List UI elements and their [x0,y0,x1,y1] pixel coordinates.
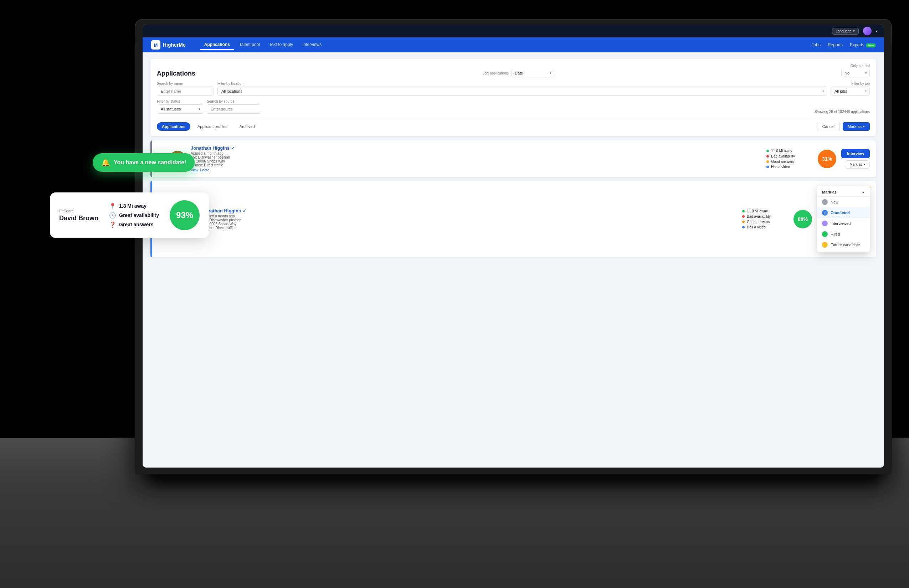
action-btns: Cancel Mark as ▾ [817,122,870,131]
candidate-position-2: For: Dishwasher position [202,218,737,222]
dropdown-item-new[interactable]: New [817,197,870,207]
search-name-label: Search by name [157,82,214,86]
filter-location-select[interactable]: All locations ▾ [217,87,827,96]
dropdown-item-future[interactable]: Future candidate [817,239,870,250]
only-starred-label: Only starred [851,64,870,68]
filter-row-1: Applications Sort applications Date ▾ On… [157,64,870,78]
dropdown-item-interviewed[interactable]: Interviewed [817,218,870,229]
notification-icon: 🔔 [101,158,110,167]
cancel-button[interactable]: Cancel [817,122,840,131]
interview-button-1[interactable]: Interview [841,149,870,158]
user-dropdown-arrow[interactable]: ▾ [876,29,878,33]
filter-status-group: Filter by status All statuses ▾ [157,99,203,114]
user-avatar[interactable] [863,27,872,35]
fitscore-big-badge: 93% [170,200,200,230]
tag-video-1: Has a video [767,165,813,169]
notification-bubble: 🔔 You have a new candidate! [93,153,195,172]
answers-icon: ❓ [109,221,116,228]
candidate-info-1: Jonathan Higgins ✓ Applied a month ago F… [191,145,762,172]
sub-tab-archived[interactable]: Archived [235,122,260,131]
candidate-card-2: CONTACTED ✓ Jonathan Higgins ✓ Applied a… [150,181,876,257]
nav-bar: M HigherMe Applications Talent pool Text… [142,37,884,52]
screen-content: Language ▾ ▾ M HigherMe Applications [142,24,884,468]
availability-icon: 🕐 [109,212,116,219]
search-name-input[interactable] [157,87,214,96]
language-button[interactable]: Language ▾ [832,28,859,35]
fitscore-1: 31% [818,150,836,168]
nav-exports[interactable]: Exports New [850,42,875,47]
fitscore-card: FitScore David Brown 📍1.8 Mi away 🕐Great… [50,192,209,238]
candidate-name-1[interactable]: Jonathan Higgins ✓ [191,145,762,151]
candidate-location-2: At: 10006 Shops Way [202,222,737,226]
laptop-lid: Language ▾ ▾ M HigherMe Applications [136,19,891,474]
search-source-group: Search by source [207,99,811,114]
system-bar: Language ▾ ▾ [142,24,884,37]
nav-jobs[interactable]: Jobs [812,42,821,47]
sort-group: Sort applications Date ▾ [202,69,834,78]
candidate-applied-1: Applied a month ago [191,152,762,155]
fitscore-card-name: David Brown [59,215,99,222]
filter-job-group: Filter by job All jobs ▾ [831,82,870,96]
search-name-group: Search by name [157,82,214,96]
search-source-input[interactable] [207,104,260,114]
filter-row-2: Search by name Filter by location All lo… [157,82,870,96]
filters-card: Applications Sort applications Date ▾ On… [150,59,876,136]
main-content: Applications Sort applications Date ▾ On… [142,52,884,468]
filter-job-label: Filter by job [851,82,870,86]
verified-icon-1: ✓ [231,146,235,151]
filter-status-label: Filter by status [157,99,203,103]
nav-reports[interactable]: Reports [828,42,843,47]
card-actions-2: Mark as ▲ New ✓Contacted I [817,186,870,252]
logo-icon: M [151,40,160,50]
candidate-location-1: At: 10006 Shops Way [191,159,762,163]
location-icon: 📍 [109,203,116,210]
dropdown-item-hired[interactable]: Hired [817,229,870,239]
feature-availability: 🕐Great availability [109,212,159,219]
tag-distance-1: 11.0 Mi away [767,149,813,153]
logo[interactable]: M HigherMe [151,40,186,50]
filter-job-select[interactable]: All jobs ▾ [831,87,870,96]
sub-tab-applications[interactable]: Applications [157,122,190,131]
notification-text: You have a new candidate! [114,159,186,166]
logo-text: HigherMe [163,42,186,48]
nav-tab-applications[interactable]: Applications [200,40,234,50]
star-1[interactable]: ☆ [867,145,871,151]
verified-icon-2: ✓ [243,208,246,213]
sort-select-wrapper[interactable]: Date ▾ [511,69,554,78]
tag-availability-1: Bad availability [767,154,813,158]
nav-tab-text-to-apply[interactable]: Text to apply [265,40,297,50]
view-note-1[interactable]: View 1 note [191,168,762,172]
card-actions-1: Interview Mark as ▾ [841,149,870,168]
feature-distance: 📍1.8 Mi away [109,203,159,210]
candidate-source-2: Source: Direct traffic [202,226,737,230]
nav-tab-interviews[interactable]: Interviews [298,40,326,50]
feature-answers: ❓Great answers [109,221,159,228]
sub-tabs-row: Applications Applicant profiles Archived… [157,118,870,131]
candidate-applied-2: Applied a month ago [202,214,737,218]
candidate-position-1: For: Dishwasher position [191,155,762,159]
candidate-source-1: Source: Direct traffic [191,163,762,167]
mark-as-card-btn-1[interactable]: Mark as ▾ [845,160,870,168]
sort-label: Sort applications [482,71,509,75]
mark-as-button[interactable]: Mark as ▾ [843,122,870,131]
fitscore-card-info: FitScore David Brown [59,209,99,222]
mark-as-dropdown: Mark as ▲ New ✓Contacted I [817,186,870,252]
sub-tab-applicant-profiles[interactable]: Applicant profiles [192,122,233,131]
filter-status-select[interactable]: All statuses ▾ [157,104,203,114]
candidate-card-1: NEW Jonathan Higgins ✓ Applied a month a… [150,141,876,177]
filter-location-label: Filter by location [217,82,827,86]
candidate-tags-2: 11.0 Mi away Bad availability Good answe… [742,209,789,229]
showing-text: Showing 25 of 182446 applications [815,110,870,114]
candidate-name-2[interactable]: Jonathan Higgins ✓ [202,208,737,213]
tag-video-2: Has a video [742,225,789,229]
filter-row-3: Filter by status All statuses ▾ Search b… [157,99,870,114]
nav-tabs: Applications Talent pool Text to apply I… [200,40,812,50]
fitscore-2: 88% [794,210,812,228]
mark-as-dropdown-header: Mark as ▲ [817,188,870,197]
only-starred-select[interactable]: No ▾ [841,69,870,78]
nav-tab-talent-pool[interactable]: Talent pool [235,40,264,50]
dropdown-item-contacted[interactable]: ✓Contacted [817,207,870,218]
nav-right: Jobs Reports Exports New [812,42,875,47]
fitscore-card-label: FitScore [59,209,99,213]
tag-answers-1: Good answers [767,160,813,163]
